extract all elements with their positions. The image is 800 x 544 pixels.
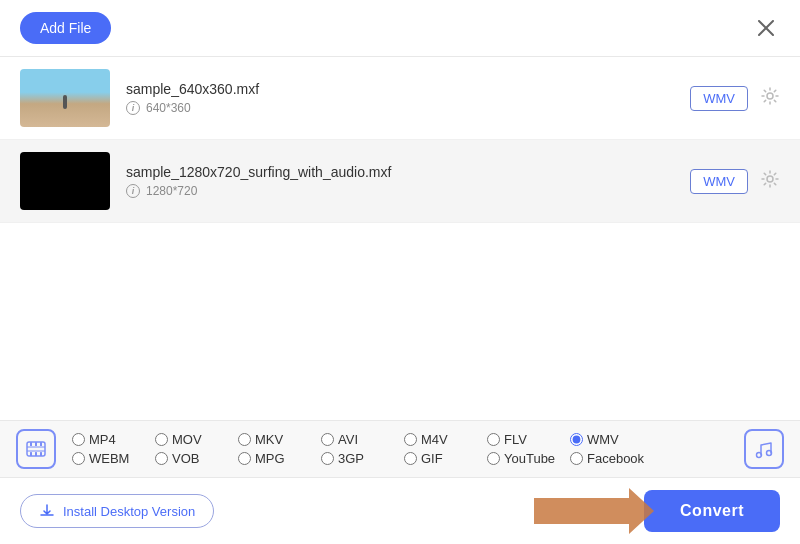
format-option-mp4[interactable]: MP4	[72, 432, 155, 447]
format-label-avi: AVI	[338, 432, 358, 447]
svg-rect-9	[35, 452, 37, 456]
svg-rect-8	[30, 452, 32, 456]
thumbnail-beach	[20, 69, 110, 127]
file-dimensions: 1280*720	[146, 184, 197, 198]
convert-area: Convert	[534, 488, 780, 534]
svg-rect-7	[40, 442, 42, 446]
format-option-3gp[interactable]: 3GP	[321, 451, 404, 466]
format-label-webm: WEBM	[89, 451, 129, 466]
table-row: sample_1280x720_surfing_with_audio.mxf i…	[0, 140, 800, 223]
thumbnail-black	[20, 152, 110, 210]
file-name: sample_640x360.mxf	[126, 81, 690, 97]
table-row: sample_640x360.mxf i 640*360 WMV	[0, 57, 800, 140]
format-bar: MP4 MOV MKV AVI M4V FLV	[0, 421, 800, 478]
format-label-mov: MOV	[172, 432, 202, 447]
music-icon[interactable]	[744, 429, 784, 469]
format-option-facebook[interactable]: Facebook	[570, 451, 653, 466]
file-info: sample_640x360.mxf i 640*360	[126, 81, 690, 115]
format-option-mkv[interactable]: MKV	[238, 432, 321, 447]
format-label-flv: FLV	[504, 432, 527, 447]
arrow-decoration	[534, 488, 654, 534]
info-icon: i	[126, 184, 140, 198]
install-desktop-button[interactable]: Install Desktop Version	[20, 494, 214, 528]
format-label-m4v: M4V	[421, 432, 448, 447]
svg-point-2	[767, 93, 773, 99]
file-name: sample_1280x720_surfing_with_audio.mxf	[126, 164, 690, 180]
format-option-m4v[interactable]: M4V	[404, 432, 487, 447]
format-badge[interactable]: WMV	[690, 86, 748, 111]
format-option-vob[interactable]: VOB	[155, 451, 238, 466]
svg-point-13	[757, 453, 762, 458]
action-bar: Install Desktop Version Convert	[0, 478, 800, 544]
convert-button[interactable]: Convert	[644, 490, 780, 532]
file-meta: i 1280*720	[126, 184, 690, 198]
install-label: Install Desktop Version	[63, 504, 195, 519]
svg-point-3	[767, 176, 773, 182]
format-option-flv[interactable]: FLV	[487, 432, 570, 447]
file-info: sample_1280x720_surfing_with_audio.mxf i…	[126, 164, 690, 198]
header: Add File	[0, 0, 800, 57]
format-option-mpg[interactable]: MPG	[238, 451, 321, 466]
format-option-mov[interactable]: MOV	[155, 432, 238, 447]
svg-rect-10	[40, 452, 42, 456]
svg-marker-15	[534, 488, 654, 534]
format-label-3gp: 3GP	[338, 451, 364, 466]
film-icon[interactable]	[16, 429, 56, 469]
file-actions: WMV	[690, 86, 780, 111]
file-list: sample_640x360.mxf i 640*360 WMV sample_…	[0, 57, 800, 403]
format-label-mkv: MKV	[255, 432, 283, 447]
info-icon: i	[126, 101, 140, 115]
format-label-mpg: MPG	[255, 451, 285, 466]
settings-icon[interactable]	[760, 86, 780, 111]
format-option-webm[interactable]: WEBM	[72, 451, 155, 466]
format-label-mp4: MP4	[89, 432, 116, 447]
format-option-avi[interactable]: AVI	[321, 432, 404, 447]
svg-rect-5	[30, 442, 32, 446]
bottom-bar: MP4 MOV MKV AVI M4V FLV	[0, 420, 800, 544]
format-label-youtube: YouTube	[504, 451, 555, 466]
close-button[interactable]	[752, 14, 780, 42]
format-badge[interactable]: WMV	[690, 169, 748, 194]
svg-point-14	[767, 451, 772, 456]
format-label-vob: VOB	[172, 451, 199, 466]
format-label-facebook: Facebook	[587, 451, 644, 466]
settings-icon[interactable]	[760, 169, 780, 194]
format-option-gif[interactable]: GIF	[404, 451, 487, 466]
file-dimensions: 640*360	[146, 101, 191, 115]
format-label-gif: GIF	[421, 451, 443, 466]
format-options: MP4 MOV MKV AVI M4V FLV	[72, 432, 736, 466]
file-actions: WMV	[690, 169, 780, 194]
add-file-button[interactable]: Add File	[20, 12, 111, 44]
svg-rect-6	[35, 442, 37, 446]
format-option-wmv[interactable]: WMV	[570, 432, 653, 447]
file-meta: i 640*360	[126, 101, 690, 115]
format-label-wmv: WMV	[587, 432, 619, 447]
format-option-youtube[interactable]: YouTube	[487, 451, 570, 466]
